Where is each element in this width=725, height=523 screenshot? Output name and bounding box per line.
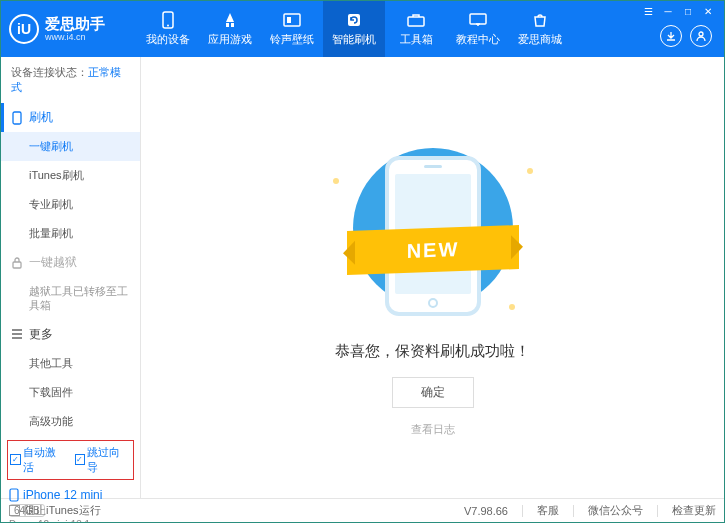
main-content: NEW 恭喜您，保资料刷机成功啦！ 确定 查看日志: [141, 57, 724, 498]
sidebar-group-flash[interactable]: 刷机: [1, 103, 140, 132]
tab-label: 智能刷机: [332, 32, 376, 47]
sidebar-group-jailbreak: 一键越狱: [1, 248, 140, 277]
sidebar-item-firmware[interactable]: 下载固件: [1, 378, 140, 407]
phone-icon: [9, 488, 19, 502]
sidebar-group-more[interactable]: 更多: [1, 320, 140, 349]
svg-rect-10: [10, 489, 18, 501]
tab-ringtone[interactable]: 铃声壁纸: [261, 1, 323, 57]
svg-rect-2: [284, 14, 300, 26]
conn-label: 设备连接状态：: [11, 66, 88, 78]
download-icon[interactable]: [660, 25, 682, 47]
checkbox-block-itunes[interactable]: 阻止iTunes运行: [9, 503, 101, 518]
checkbox-icon: [9, 505, 20, 516]
device-name-text: iPhone 12 mini: [23, 488, 102, 502]
app-header: iU 爱思助手 www.i4.cn 我的设备 应用游戏 铃声壁纸 智能刷机 工具…: [1, 1, 724, 57]
svg-rect-3: [287, 17, 291, 23]
tab-flash[interactable]: 智能刷机: [323, 1, 385, 57]
tab-tutorial[interactable]: 教程中心: [447, 1, 509, 57]
logo-area: iU 爱思助手 www.i4.cn: [9, 14, 137, 44]
version-label: V7.98.66: [464, 505, 508, 517]
tutorial-icon: [469, 11, 487, 29]
tab-label: 工具箱: [400, 32, 433, 47]
tab-label: 教程中心: [456, 32, 500, 47]
checkbox-auto-activate[interactable]: ✓ 自动激活: [10, 445, 67, 475]
menu-icon[interactable]: ☰: [642, 5, 654, 17]
checkbox-label: 阻止iTunes运行: [24, 503, 101, 518]
phone-icon: [159, 11, 177, 29]
tab-label: 铃声壁纸: [270, 32, 314, 47]
device-name[interactable]: iPhone 12 mini: [9, 488, 132, 502]
sidebar-item-oneclick[interactable]: 一键刷机: [1, 132, 140, 161]
view-log-link[interactable]: 查看日志: [411, 422, 455, 437]
lock-icon: [11, 257, 23, 269]
tab-label: 应用游戏: [208, 32, 252, 47]
window-controls: ☰ ─ □ ✕: [640, 1, 716, 21]
new-ribbon: NEW: [347, 225, 519, 275]
app-site: www.i4.cn: [45, 32, 105, 42]
tab-apps[interactable]: 应用游戏: [199, 1, 261, 57]
toolbox-icon: [407, 11, 425, 29]
group-title: 更多: [29, 326, 53, 343]
flash-icon: [345, 11, 363, 29]
minimize-icon[interactable]: ─: [662, 5, 674, 17]
divider: [573, 505, 574, 517]
sidebar-item-pro[interactable]: 专业刷机: [1, 190, 140, 219]
close-icon[interactable]: ✕: [702, 5, 714, 17]
success-message: 恭喜您，保资料刷机成功啦！: [335, 342, 530, 361]
checkbox-label: 自动激活: [23, 445, 67, 475]
nav-tabs: 我的设备 应用游戏 铃声壁纸 智能刷机 工具箱 教程中心 爱思商城: [137, 1, 571, 57]
checkbox-skip-guide[interactable]: ✓ 跳过向导: [75, 445, 132, 475]
sidebar-jailbreak-note: 越狱工具已转移至工具箱: [1, 277, 140, 320]
tab-my-device[interactable]: 我的设备: [137, 1, 199, 57]
group-title: 一键越狱: [29, 254, 77, 271]
list-icon: [11, 329, 23, 339]
apps-icon: [221, 11, 239, 29]
sidebar-item-advanced[interactable]: 高级功能: [1, 407, 140, 436]
connection-status: 设备连接状态：正常模式: [1, 57, 140, 103]
ok-button[interactable]: 确定: [392, 377, 474, 408]
footer-wechat[interactable]: 微信公众号: [588, 503, 643, 518]
svg-point-1: [167, 25, 169, 27]
store-icon: [531, 11, 549, 29]
wallpaper-icon: [283, 11, 301, 29]
tab-label: 爱思商城: [518, 32, 562, 47]
divider: [522, 505, 523, 517]
maximize-icon[interactable]: □: [682, 5, 694, 17]
app-name: 爱思助手: [45, 16, 105, 33]
tab-label: 我的设备: [146, 32, 190, 47]
tab-store[interactable]: 爱思商城: [509, 1, 571, 57]
checkbox-icon: ✓: [75, 454, 86, 465]
logo-icon: iU: [9, 14, 39, 44]
sidebar-options-highlight: ✓ 自动激活 ✓ 跳过向导: [7, 440, 134, 480]
sidebar-item-other[interactable]: 其他工具: [1, 349, 140, 378]
footer-update[interactable]: 检查更新: [672, 503, 716, 518]
sidebar: 设备连接状态：正常模式 刷机 一键刷机 iTunes刷机 专业刷机 批量刷机 一…: [1, 57, 141, 498]
svg-rect-5: [408, 17, 424, 26]
svg-point-7: [699, 32, 703, 36]
checkbox-label: 跳过向导: [87, 445, 131, 475]
svg-rect-6: [470, 14, 486, 24]
sidebar-item-itunes[interactable]: iTunes刷机: [1, 161, 140, 190]
device-model: Down-12mini-13,1: [9, 519, 132, 523]
footer-service[interactable]: 客服: [537, 503, 559, 518]
group-title: 刷机: [29, 109, 53, 126]
sidebar-item-batch[interactable]: 批量刷机: [1, 219, 140, 248]
tab-toolbox[interactable]: 工具箱: [385, 1, 447, 57]
user-icon[interactable]: [690, 25, 712, 47]
svg-rect-8: [13, 112, 21, 124]
divider: [657, 505, 658, 517]
success-illustration: NEW: [323, 138, 543, 318]
svg-rect-9: [13, 262, 21, 268]
phone-icon: [11, 111, 23, 125]
checkbox-icon: ✓: [10, 454, 21, 465]
